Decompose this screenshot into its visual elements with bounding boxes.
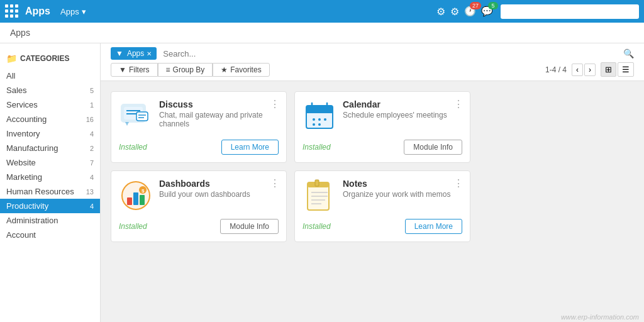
apps-grid-icon[interactable] xyxy=(5,4,19,18)
app-icon-dashboards: $ xyxy=(119,179,153,213)
app-name: Calendar xyxy=(343,99,462,109)
app-action-button[interactable]: Module Info xyxy=(404,140,462,155)
groupby-button[interactable]: ≡ Group By xyxy=(158,63,213,77)
favorites-button[interactable]: ★ Favorites xyxy=(213,63,269,77)
folder-icon: 📁 xyxy=(6,53,17,64)
filter-tag-close[interactable]: ✕ xyxy=(147,50,152,57)
sidebar-item-administration[interactable]: Administration xyxy=(0,213,100,228)
app-action-button[interactable]: Module Info xyxy=(220,219,279,234)
app-name: Notes xyxy=(343,179,462,189)
app-card-menu-3[interactable]: ⋮ xyxy=(453,177,464,189)
groupby-icon: ≡ xyxy=(166,65,170,74)
app-card-menu-1[interactable]: ⋮ xyxy=(453,98,464,110)
clock-icon[interactable]: 🕐 27 xyxy=(464,6,476,17)
app-status: Installed xyxy=(303,222,331,231)
pagination-text: 1-4 / 4 xyxy=(545,65,567,74)
app-card-menu-2[interactable]: ⋮ xyxy=(270,177,280,189)
app-status: Installed xyxy=(119,143,147,152)
users-icon[interactable]: ⚙ xyxy=(450,6,459,18)
app-card-top: Discuss Chat, mail gateway and private c… xyxy=(119,99,279,133)
app-card-top: Calendar Schedule employees' meetings xyxy=(303,99,462,133)
app-action-button[interactable]: Learn More xyxy=(405,219,462,234)
filter-bottom: ▼ Filters ≡ Group By ★ Favorites xyxy=(111,62,634,77)
svg-point-14 xyxy=(318,118,321,121)
star-icon: ★ xyxy=(221,65,228,74)
content-area: Apps 📁 CATEGORIES AllSales5Services1Acco… xyxy=(0,23,644,322)
svg-rect-10 xyxy=(306,111,333,113)
svg-rect-20 xyxy=(133,192,138,205)
grid-view-button[interactable]: ⊞ xyxy=(601,62,616,77)
sidebar-item-human-resources[interactable]: Human Resources13 xyxy=(0,184,100,199)
app-desc: Build your own dashboards xyxy=(159,190,279,199)
filter-right: 1-4 / 4 ‹ › ⊞ ☰ xyxy=(545,62,634,77)
search-icon[interactable]: 🔍 xyxy=(623,48,634,58)
app-card-bottom: Installed Module Info xyxy=(119,219,279,234)
app-status: Installed xyxy=(119,222,147,231)
app-grid: ⋮ Discuss Chat, mail gateway and private… xyxy=(101,81,644,312)
filter-buttons: ▼ Filters ≡ Group By ★ Favorites xyxy=(111,63,270,77)
app-desc: Schedule employees' meetings xyxy=(343,111,462,119)
app-name: Discuss xyxy=(159,99,279,109)
sidebar-item-account[interactable]: Account xyxy=(0,228,100,242)
app-status: Installed xyxy=(303,143,331,152)
svg-rect-30 xyxy=(315,180,319,186)
nav-apps-menu[interactable]: Apps ▾ xyxy=(55,4,91,19)
breadcrumb: Apps xyxy=(0,23,644,43)
app-name: Dashboards xyxy=(159,179,279,189)
svg-text:$: $ xyxy=(142,188,145,194)
sidebar-item-manufacturing[interactable]: Manufacturing2 xyxy=(0,141,100,155)
watermark: www.erp-information.com xyxy=(101,312,644,322)
app-card-top: $ Dashboards Build your own dashboards xyxy=(119,179,279,213)
app-icon-discuss xyxy=(119,99,153,133)
filter-top: ▼ Apps ✕ 🔍 xyxy=(111,47,634,60)
app-desc: Chat, mail gateway and private channels xyxy=(159,111,279,128)
sidebar-item-accounting[interactable]: Accounting16 xyxy=(0,112,100,126)
app-card-discuss: ⋮ Discuss Chat, mail gateway and private… xyxy=(111,91,287,163)
app-card-calendar: ⋮ Calendar Schedule employees' meetings … xyxy=(294,91,470,163)
svg-point-16 xyxy=(313,123,315,126)
svg-rect-21 xyxy=(140,195,145,205)
top-navigation: Apps Apps ▾ ⚙ ⚙ 🕐 27 💬 5 xyxy=(0,0,644,23)
sidebar-item-services[interactable]: Services1 xyxy=(0,97,100,112)
filter-funnel-icon: ▼ xyxy=(119,65,126,74)
sidebar: 📁 CATEGORIES AllSales5Services1Accountin… xyxy=(0,43,101,322)
app-action-button[interactable]: Learn More xyxy=(221,140,279,155)
chat-badge: 5 xyxy=(488,2,498,9)
view-toggle: ⊞ ☰ xyxy=(601,62,634,77)
app-card-menu-0[interactable]: ⋮ xyxy=(270,98,280,110)
sidebar-item-all[interactable]: All xyxy=(0,69,100,83)
main-area: 📁 CATEGORIES AllSales5Services1Accountin… xyxy=(0,43,644,322)
top-search-input[interactable] xyxy=(501,4,639,19)
app-card-notes: ⋮ Notes Organize your work with memos In… xyxy=(294,170,470,242)
sidebar-item-productivity[interactable]: Productivity4 xyxy=(0,199,100,213)
app-card-bottom: Installed Module Info xyxy=(303,140,462,155)
clock-badge: 27 xyxy=(470,2,481,9)
sidebar-item-sales[interactable]: Sales5 xyxy=(0,83,100,97)
sidebar-item-inventory[interactable]: Inventory4 xyxy=(0,126,100,141)
sidebar-item-marketing[interactable]: Marketing4 xyxy=(0,170,100,184)
filter-search-input[interactable] xyxy=(160,48,619,60)
svg-point-15 xyxy=(324,118,326,121)
app-card-bottom: Installed Learn More xyxy=(119,140,279,155)
app-card-dashboards: ⋮ $ Dashboards Build your own dashboards… xyxy=(111,170,287,242)
list-view-button[interactable]: ☰ xyxy=(618,62,634,77)
next-page-button[interactable]: › xyxy=(584,64,596,76)
svg-rect-19 xyxy=(127,197,132,205)
wrench-icon[interactable]: ⚙ xyxy=(436,6,445,18)
svg-rect-5 xyxy=(136,112,148,121)
filter-tag-apps[interactable]: ▼ Apps ✕ xyxy=(111,47,157,60)
app-card-top: Notes Organize your work with memos xyxy=(303,179,462,213)
svg-point-17 xyxy=(318,123,321,126)
nav-app-title: Apps xyxy=(25,6,50,17)
app-card-bottom: Installed Learn More xyxy=(303,219,462,234)
pagination-buttons: ‹ › xyxy=(572,64,596,76)
app-desc: Organize your work with memos xyxy=(343,190,462,199)
filter-bar: ▼ Apps ✕ 🔍 ▼ Filters ≡ xyxy=(101,43,644,81)
chat-icon[interactable]: 💬 5 xyxy=(481,6,493,17)
filters-button[interactable]: ▼ Filters xyxy=(111,63,158,77)
prev-page-button[interactable]: ‹ xyxy=(572,64,583,76)
sidebar-item-website[interactable]: Website7 xyxy=(0,155,100,170)
svg-marker-4 xyxy=(125,122,129,126)
app-icon-calendar xyxy=(303,99,336,133)
nav-icons: ⚙ ⚙ 🕐 27 💬 5 xyxy=(436,6,493,18)
